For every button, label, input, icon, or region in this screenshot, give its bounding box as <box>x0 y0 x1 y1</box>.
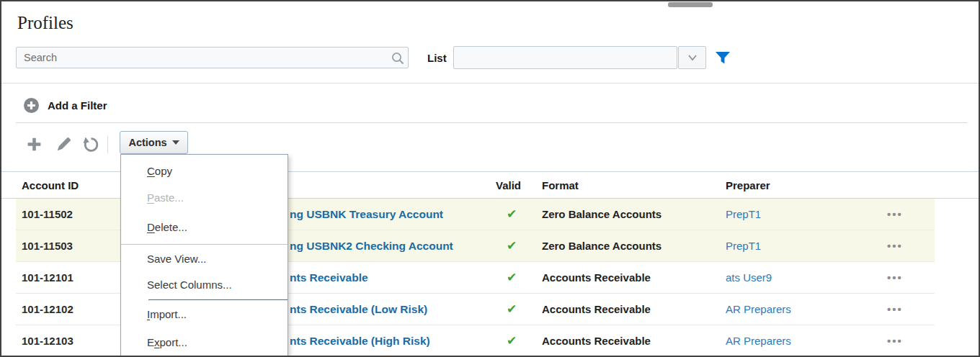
format-cell: Zero Balance Accounts <box>542 230 662 262</box>
menu-separator <box>148 299 288 300</box>
list-combobox-input[interactable] <box>453 46 677 69</box>
profile-name-link[interactable]: nts Receivable (High Risk) <box>290 325 430 357</box>
row-menu-icon[interactable]: ••• <box>879 262 911 294</box>
column-header-format[interactable]: Format <box>542 172 579 199</box>
column-header-account-id[interactable]: Account ID <box>22 172 79 199</box>
menu-item-save-view[interactable]: Save View... <box>121 250 288 268</box>
valid-check-icon: ✔ <box>497 325 526 357</box>
account-id-cell: 101-12103 <box>22 325 74 357</box>
profile-name-link[interactable]: ng USBNK Treasury Account <box>290 199 443 230</box>
search-icon <box>391 51 405 65</box>
valid-check-icon: ✔ <box>497 262 526 294</box>
format-cell: Accounts Receivable <box>542 262 651 294</box>
row-menu-icon[interactable]: ••• <box>879 294 911 325</box>
row-menu-icon[interactable]: ••• <box>879 325 911 357</box>
list-label: List <box>427 52 447 64</box>
header-divider <box>1 83 979 83</box>
caret-down-icon <box>172 140 179 145</box>
column-header-preparer[interactable]: Preparer <box>726 172 770 199</box>
preparer-link[interactable]: PrepT1 <box>726 230 761 262</box>
window-drag-handle[interactable] <box>668 2 713 7</box>
add-filter-label: Add a Filter <box>48 99 107 112</box>
account-id-cell: 101-12101 <box>22 262 74 294</box>
format-cell: Accounts Receivable <box>542 325 651 357</box>
account-id-cell: 101-11502 <box>22 199 73 230</box>
format-cell: Zero Balance Accounts <box>542 199 662 230</box>
page-title: Profiles <box>17 13 74 33</box>
menu-item-select-columns[interactable]: Select Columns... <box>121 276 288 294</box>
add-filter-button[interactable]: Add a Filter <box>23 96 107 114</box>
valid-check-icon: ✔ <box>497 294 526 325</box>
circle-plus-icon <box>23 97 40 114</box>
list-dropdown-button[interactable] <box>678 46 706 69</box>
valid-check-icon: ✔ <box>497 230 526 262</box>
actions-dropdown-menu: Copy Paste... Delete... Save View... Sel… <box>120 154 288 357</box>
profile-name-link[interactable]: ng USBNK2 Checking Account <box>290 230 453 262</box>
menu-item-export[interactable]: Export... <box>121 334 288 351</box>
preparer-link[interactable]: ats User9 <box>726 262 772 294</box>
profiles-page: Profiles List Add a Filter Actions <box>0 0 980 357</box>
account-id-cell: 101-11503 <box>22 230 73 262</box>
format-cell: Accounts Receivable <box>542 294 651 325</box>
menu-item-delete[interactable]: Delete... <box>121 219 288 236</box>
chevron-down-icon <box>687 53 698 62</box>
row-menu-icon[interactable]: ••• <box>879 230 911 262</box>
menu-separator <box>121 244 288 245</box>
valid-check-icon: ✔ <box>497 199 526 230</box>
profile-name-link[interactable]: nts Receivable <box>290 262 368 294</box>
preparer-link[interactable]: PrepT1 <box>726 199 761 230</box>
actions-button-label: Actions <box>128 137 166 148</box>
preparer-link[interactable]: AR Preparers <box>726 294 791 325</box>
preparer-link[interactable]: AR Preparers <box>726 325 791 357</box>
toolbar-separator <box>107 136 108 153</box>
menu-separator <box>148 356 288 356</box>
filter-divider <box>16 122 967 123</box>
menu-item-import[interactable]: Import... <box>121 306 288 323</box>
profile-name-link[interactable]: nts Receivable (Low Risk) <box>290 294 427 325</box>
edit-pencil-icon[interactable] <box>55 135 73 153</box>
search-input[interactable] <box>16 47 409 68</box>
refresh-icon[interactable] <box>82 135 100 153</box>
menu-item-paste: Paste... <box>121 189 288 207</box>
add-profile-icon[interactable] <box>25 135 43 153</box>
menu-item-copy[interactable]: Copy <box>121 163 288 180</box>
account-id-cell: 101-12102 <box>22 294 74 325</box>
column-header-valid[interactable]: Valid <box>496 172 521 199</box>
filter-funnel-icon[interactable] <box>714 49 731 66</box>
actions-menu-button[interactable]: Actions <box>120 131 188 154</box>
row-menu-icon[interactable]: ••• <box>879 199 911 230</box>
